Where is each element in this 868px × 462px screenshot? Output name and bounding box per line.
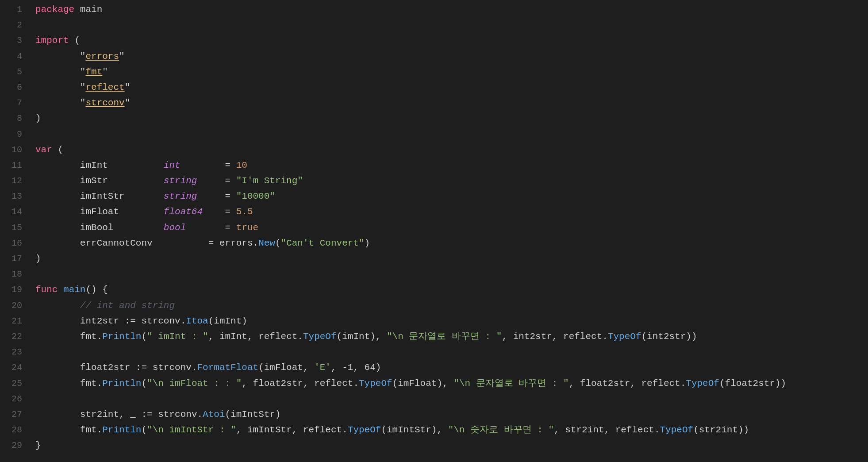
code-line-17: ) (35, 251, 868, 266)
line-number-18: 18 (4, 266, 22, 282)
code-line-16: errCannotConv = errors.New("Can't Conver… (35, 235, 868, 251)
line-number-6: 6 (4, 80, 22, 95)
line-number-1: 1 (4, 2, 22, 17)
code-line-1: package main (35, 2, 868, 17)
code-line-19: func main() { (35, 282, 868, 297)
code-line-29: } (35, 438, 868, 453)
code-editor: 1234567891011121314151617181920212223242… (0, 0, 868, 462)
line-number-2: 2 (4, 17, 22, 33)
code-area: package main import ( "errors" "fmt" "re… (27, 0, 868, 462)
code-line-27: str2int, _ := strconv.Atoi(imIntStr) (35, 407, 868, 422)
code-line-15: imBool bool = true (35, 220, 868, 235)
line-number-19: 19 (4, 282, 22, 297)
line-number-27: 27 (4, 407, 22, 422)
code-line-11: imInt int = 10 (35, 158, 868, 173)
line-number-28: 28 (4, 422, 22, 438)
code-line-13: imIntStr string = "10000" (35, 189, 868, 204)
line-number-22: 22 (4, 329, 22, 344)
code-line-6: "reflect" (35, 80, 868, 95)
line-number-3: 3 (4, 33, 22, 48)
line-number-9: 9 (4, 127, 22, 142)
line-number-25: 25 (4, 376, 22, 391)
line-number-15: 15 (4, 220, 22, 235)
code-line-2 (35, 17, 868, 33)
code-line-5: "fmt" (35, 64, 868, 80)
code-line-28: fmt.Println("\n imIntStr : ", imIntStr, … (35, 422, 868, 438)
code-line-10: var ( (35, 142, 868, 158)
code-line-22: fmt.Println(" imInt : ", imInt, reflect.… (35, 329, 868, 344)
line-number-16: 16 (4, 235, 22, 251)
line-number-4: 4 (4, 49, 22, 64)
code-line-3: import ( (35, 33, 868, 48)
line-number-13: 13 (4, 189, 22, 204)
code-line-8: ) (35, 111, 868, 126)
line-number-20: 20 (4, 298, 22, 313)
line-number-10: 10 (4, 142, 22, 158)
line-number-21: 21 (4, 313, 22, 329)
code-line-25: fmt.Println("\n imFloat : : ", float2str… (35, 376, 868, 391)
line-numbers: 1234567891011121314151617181920212223242… (0, 0, 27, 462)
line-number-8: 8 (4, 111, 22, 126)
code-line-18 (35, 266, 868, 282)
code-line-9 (35, 127, 868, 142)
line-number-29: 29 (4, 438, 22, 453)
line-number-26: 26 (4, 391, 22, 407)
code-line-26 (35, 391, 868, 407)
code-line-12: imStr string = "I'm String" (35, 173, 868, 189)
code-line-20: // int and string (35, 298, 868, 313)
line-number-12: 12 (4, 173, 22, 189)
line-number-14: 14 (4, 204, 22, 219)
code-line-7: "strconv" (35, 95, 868, 111)
line-number-24: 24 (4, 360, 22, 375)
line-number-7: 7 (4, 95, 22, 111)
line-number-11: 11 (4, 158, 22, 173)
code-line-21: int2str := strconv.Itoa(imInt) (35, 313, 868, 329)
line-number-23: 23 (4, 344, 22, 360)
line-number-5: 5 (4, 64, 22, 80)
code-line-4: "errors" (35, 49, 868, 64)
line-number-17: 17 (4, 251, 22, 266)
code-line-24: float2str := strconv.FormatFloat(imFloat… (35, 360, 868, 375)
code-line-23 (35, 344, 868, 360)
code-line-14: imFloat float64 = 5.5 (35, 204, 868, 219)
